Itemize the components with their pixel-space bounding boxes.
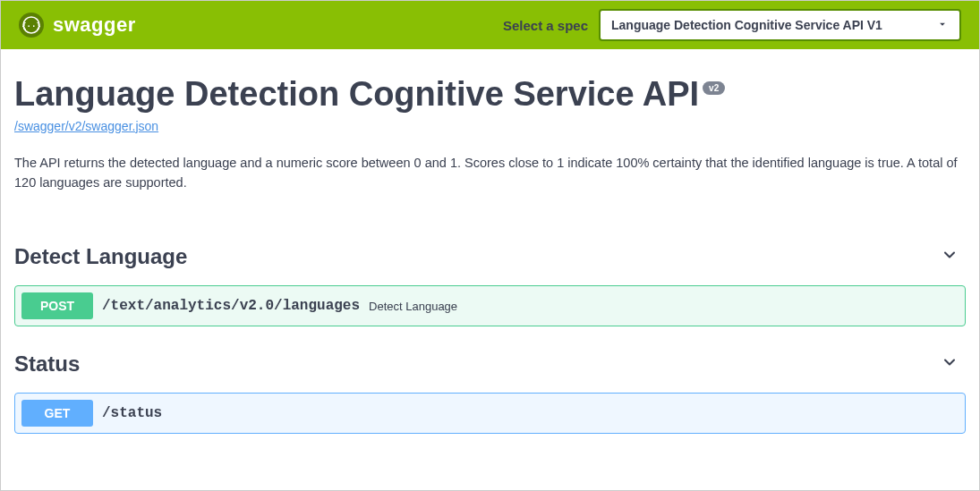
operation-get-status[interactable]: GET /status: [14, 393, 966, 434]
spec-selector: Select a spec Language Detection Cogniti…: [503, 9, 961, 41]
title-row: Language Detection Cognitive Service API…: [14, 76, 966, 114]
spec-dropdown-value: Language Detection Cognitive Service API…: [611, 18, 882, 32]
chevron-down-icon: [941, 246, 959, 267]
tag-header-detect[interactable]: Detect Language: [14, 235, 966, 278]
chevron-down-icon: [941, 353, 959, 375]
api-description: The API returns the detected language an…: [14, 154, 966, 193]
spec-url-link[interactable]: /swagger/v2/swagger.json: [14, 119, 158, 133]
swagger-logo-icon: {··}: [19, 13, 44, 38]
version-badge: v2: [703, 81, 725, 95]
api-title: Language Detection Cognitive Service API: [14, 76, 699, 114]
select-spec-label: Select a spec: [503, 18, 588, 33]
spec-dropdown[interactable]: Language Detection Cognitive Service API…: [599, 9, 961, 41]
brand: {··} swagger: [19, 13, 136, 38]
operation-post-languages[interactable]: POST /text/analytics/v2.0/languages Dete…: [14, 285, 966, 326]
operation-path: /status: [102, 405, 162, 421]
operation-summary: Detect Language: [369, 300, 457, 313]
operation-path: /text/analytics/v2.0/languages: [102, 298, 360, 314]
chevron-down-icon: [936, 18, 949, 33]
svg-text:{··}: {··}: [22, 21, 40, 30]
tag-name: Detect Language: [14, 244, 187, 269]
tag-name: Status: [14, 351, 80, 377]
tag-detect-language: Detect Language POST /text/analytics/v2.…: [14, 235, 966, 326]
topbar: {··} swagger Select a spec Language Dete…: [1, 1, 979, 49]
brand-text: swagger: [53, 13, 136, 37]
method-badge-get: GET: [21, 400, 93, 427]
main-content: Language Detection Cognitive Service API…: [1, 49, 979, 434]
tag-status: Status GET /status: [14, 343, 966, 434]
method-badge-post: POST: [21, 292, 93, 319]
tag-header-status[interactable]: Status: [14, 343, 966, 385]
